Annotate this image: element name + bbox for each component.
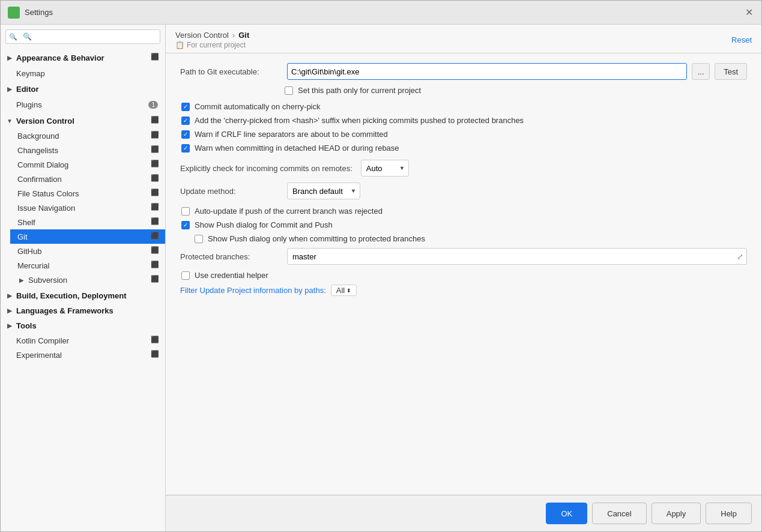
filter-arrow-icon: ⬍ — [346, 288, 351, 294]
git-path-input[interactable] — [287, 63, 687, 80]
commit-cherry-pick-label[interactable]: Commit automatically on cherry-pick — [195, 102, 321, 111]
git-icon: ⬛ — [151, 232, 160, 241]
clipboard-icon: 📋 — [175, 41, 184, 49]
credential-helper-row: Use credential helper — [180, 271, 747, 280]
help-button[interactable]: Help — [706, 503, 752, 524]
cherry-pick-suffix-label[interactable]: Add the 'cherry-picked from <hash>' suff… — [195, 116, 524, 125]
svn-icon: ⬛ — [151, 275, 160, 285]
search-input[interactable] — [5, 29, 160, 44]
expand-icon[interactable]: ⤢ — [737, 252, 743, 261]
sidebar-item-tools[interactable]: ▶ Tools — [1, 318, 165, 333]
credential-helper-label[interactable]: Use credential helper — [195, 271, 268, 280]
fsc-icon: ⬛ — [151, 189, 160, 198]
incoming-commits-label: Explicitly check for incoming commits on… — [180, 164, 352, 173]
search-icon: 🔍 — [9, 33, 17, 41]
cancel-button[interactable]: Cancel — [592, 503, 646, 524]
sidebar-item-label: Keymap — [16, 69, 45, 78]
show-push-protected-checkbox[interactable] — [195, 235, 203, 243]
git-path-row: Path to Git executable: ... Test — [180, 63, 747, 80]
credential-helper-checkbox[interactable] — [181, 271, 190, 280]
sidebar-item-plugins[interactable]: Plugins 1 — [1, 98, 165, 112]
sidebar-item-label: Plugins — [16, 100, 42, 109]
update-method-select-wrapper: Branch default Merge Rebase ▼ — [287, 183, 360, 199]
browse-button[interactable]: ... — [692, 63, 710, 80]
close-button[interactable]: ✕ — [743, 7, 754, 18]
item-label: Changelists — [17, 146, 58, 155]
sidebar-item-file-status-colors[interactable]: File Status Colors ⬛ — [10, 186, 165, 201]
sidebar-item-git[interactable]: Git ⬛ — [10, 229, 165, 244]
item-label: Mercurial — [17, 261, 49, 270]
show-push-protected-label[interactable]: Show Push dialog only when committing to… — [208, 234, 425, 243]
sidebar-item-appearance[interactable]: ▶ Appearance & Behavior ⬛ — [1, 50, 165, 65]
commit-cherry-pick-checkbox[interactable] — [181, 103, 190, 111]
sidebar-item-experimental[interactable]: Experimental ⬛ — [1, 348, 165, 362]
sidebar-item-label: Version Control — [16, 116, 74, 125]
incoming-commits-select[interactable]: Auto Always Never — [361, 160, 409, 177]
protected-branches-field-wrapper: ⤢ — [287, 248, 747, 265]
for-project-note: 📋 For current project — [175, 41, 249, 49]
protected-branches-label: Protected branches: — [180, 252, 282, 261]
set-path-label[interactable]: Set this path only for current project — [298, 86, 421, 95]
sidebar-item-keymap[interactable]: Keymap — [1, 67, 165, 80]
protected-branches-input[interactable] — [287, 248, 747, 265]
auto-update-row: Auto-update if push of the current branc… — [180, 207, 747, 216]
nav-group-version-control: ▼ Version Control ⬛ Background ⬛ Changel… — [1, 112, 165, 288]
sidebar-item-label: Appearance & Behavior — [16, 53, 104, 62]
shelf-icon: ⬛ — [151, 217, 160, 227]
sidebar-item-github[interactable]: GitHub ⬛ — [10, 244, 165, 258]
sidebar-item-languages[interactable]: ▶ Languages & Frameworks — [1, 303, 165, 318]
sidebar-item-label: Experimental — [16, 351, 62, 360]
warn-crlf-label[interactable]: Warn if CRLF line separators are about t… — [195, 130, 388, 139]
vc-icon: ⬛ — [151, 116, 160, 125]
breadcrumb: Version Control › Git — [175, 31, 249, 40]
sidebar-item-version-control[interactable]: ▼ Version Control ⬛ — [1, 113, 165, 128]
set-path-row: Set this path only for current project — [180, 86, 747, 95]
nav-group-editor: ▶ Editor — [1, 80, 165, 98]
cherry-pick-suffix-checkbox[interactable] — [181, 116, 190, 125]
sidebar-item-commit-dialog[interactable]: Commit Dialog ⬛ — [10, 157, 165, 172]
content-body: Path to Git executable: ... Test Set thi… — [166, 53, 761, 495]
sidebar-item-editor[interactable]: ▶ Editor — [1, 82, 165, 97]
reset-link[interactable]: Reset — [731, 35, 752, 44]
apply-button[interactable]: Apply — [652, 503, 701, 524]
sidebar-item-subversion[interactable]: ▶ Subversion ⬛ — [10, 273, 165, 287]
title-bar: Settings ✕ — [1, 1, 761, 25]
item-label: File Status Colors — [17, 189, 79, 198]
hg-icon: ⬛ — [151, 261, 160, 270]
item-label: Commit Dialog — [17, 160, 68, 169]
update-method-select[interactable]: Branch default Merge Rebase — [287, 183, 360, 199]
expand-arrow-icon: ▼ — [5, 116, 14, 125]
filter-label: Filter Update Project information by pat… — [180, 286, 326, 295]
warn-detached-checkbox[interactable] — [181, 144, 190, 153]
sidebar-item-kotlin-compiler[interactable]: Kotlin Compiler ⬛ — [1, 333, 165, 348]
protected-branches-row: Protected branches: ⤢ — [180, 248, 747, 265]
sidebar-item-changelists[interactable]: Changelists ⬛ — [10, 143, 165, 157]
warn-detached-label[interactable]: Warn when committing in detached HEAD or… — [195, 144, 399, 153]
item-label: Git — [17, 232, 28, 241]
show-push-dialog-row: Show Push dialog for Commit and Push — [180, 220, 747, 229]
sidebar-item-issue-navigation[interactable]: Issue Navigation ⬛ — [10, 201, 165, 215]
sidebar-item-build[interactable]: ▶ Build, Execution, Deployment — [1, 288, 165, 303]
show-push-dialog-label[interactable]: Show Push dialog for Commit and Push — [195, 220, 333, 229]
set-path-checkbox[interactable] — [285, 86, 293, 95]
sidebar-item-label: Languages & Frameworks — [16, 306, 113, 315]
sidebar-item-background[interactable]: Background ⬛ — [10, 128, 165, 143]
nav-group-appearance: ▶ Appearance & Behavior ⬛ — [1, 49, 165, 67]
bottom-bar: OK Cancel Apply Help — [166, 495, 761, 531]
content-header: Version Control › Git 📋 For current proj… — [166, 25, 761, 53]
ok-button[interactable]: OK — [546, 503, 587, 524]
warn-crlf-checkbox[interactable] — [181, 130, 190, 139]
app-icon — [8, 7, 20, 19]
show-push-dialog-checkbox[interactable] — [181, 221, 190, 229]
incoming-commits-select-wrapper: Auto Always Never ▼ — [361, 160, 409, 177]
test-button[interactable]: Test — [715, 63, 747, 80]
sidebar-item-confirmation[interactable]: Confirmation ⬛ — [10, 172, 165, 186]
auto-update-label[interactable]: Auto-update if push of the current branc… — [195, 207, 383, 216]
sidebar-item-shelf[interactable]: Shelf ⬛ — [10, 215, 165, 229]
incoming-commits-row: Explicitly check for incoming commits on… — [180, 160, 747, 177]
filter-row: Filter Update Project information by pat… — [180, 285, 747, 296]
auto-update-checkbox[interactable] — [181, 207, 190, 216]
sidebar-item-mercurial[interactable]: Mercurial ⬛ — [10, 258, 165, 273]
filter-value-select[interactable]: All ⬍ — [331, 285, 357, 296]
git-path-label: Path to Git executable: — [180, 67, 282, 76]
